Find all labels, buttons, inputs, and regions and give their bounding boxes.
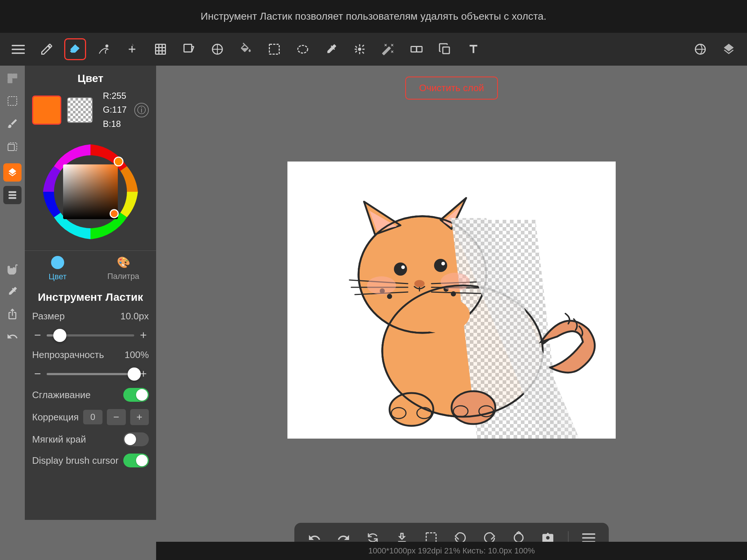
clone-button[interactable] <box>434 38 456 60</box>
svg-point-61 <box>453 406 468 417</box>
eyedropper-left-button[interactable] <box>3 282 22 300</box>
svg-rect-24 <box>8 144 14 151</box>
sidebar: Цвет R:255 G:117 B:18 ⓘ <box>25 66 156 520</box>
correction-increase-button[interactable]: + <box>130 409 149 425</box>
svg-point-18 <box>114 157 123 166</box>
globe-button[interactable] <box>689 38 711 60</box>
svg-rect-5 <box>184 44 192 52</box>
color-g: G:117 <box>103 103 127 117</box>
opacity-slider-row: − + <box>32 367 149 381</box>
tool-settings: Инструмент Ластик Размер 10.0px − + Непр… <box>25 285 156 481</box>
opacity-label: Непрозрачность <box>32 349 104 361</box>
move-button[interactable] <box>121 38 143 60</box>
lasso-select-button[interactable] <box>292 38 314 60</box>
color-b: B:18 <box>103 117 127 131</box>
status-bar: 1000*1000px 192dpi 21% Кисть: 10.0px 100… <box>156 542 747 560</box>
tool-title: Инструмент Ластик <box>32 291 149 303</box>
svg-rect-0 <box>12 45 25 46</box>
hand-tool-button[interactable] <box>3 260 22 278</box>
svg-point-8 <box>298 46 308 53</box>
drawing-canvas[interactable] <box>287 162 616 439</box>
color-tab-label: Цвет <box>49 272 66 281</box>
tab-color[interactable]: Цвет <box>25 251 90 285</box>
svg-point-40 <box>394 262 407 276</box>
transform2-button[interactable] <box>178 38 200 60</box>
palette-tab-icon: 🎨 <box>117 256 130 269</box>
clear-layer-button[interactable]: Очистить слой <box>405 77 498 100</box>
status-text: 1000*1000px 192dpi 21% Кисть: 10.0px 100… <box>368 546 535 556</box>
canvas-area: Очистить слой <box>156 66 747 520</box>
svg-point-19 <box>110 210 118 218</box>
layers-panel-button[interactable] <box>3 69 22 88</box>
svg-rect-4 <box>156 44 166 54</box>
eraser-button[interactable] <box>64 38 86 60</box>
selection-tool-button[interactable] <box>3 92 22 110</box>
size-slider-thumb[interactable] <box>53 329 66 342</box>
size-decrease-button[interactable]: − <box>32 328 43 342</box>
rect-select-button[interactable] <box>263 38 285 60</box>
size-increase-button[interactable]: + <box>138 328 149 342</box>
color-tabs: Цвет 🎨 Палитра <box>25 250 156 285</box>
svg-rect-26 <box>9 194 16 196</box>
opacity-slider[interactable] <box>47 373 134 375</box>
svg-point-42 <box>434 259 447 272</box>
color-wheel-container[interactable] <box>25 135 156 250</box>
transform-left-button[interactable] <box>3 137 22 155</box>
undo-button-left[interactable] <box>3 327 22 346</box>
color-panel-title: Цвет <box>25 66 156 89</box>
fill-button[interactable] <box>206 38 228 60</box>
layer-stack-button[interactable] <box>3 186 22 204</box>
display-brush-cursor-row: Display brush cursor <box>32 454 149 467</box>
opacity-slider-thumb[interactable] <box>128 368 141 381</box>
color-info-button[interactable]: ⓘ <box>134 103 149 117</box>
secondary-color-swatch[interactable] <box>67 97 93 123</box>
color-wheel[interactable] <box>38 139 143 245</box>
svg-point-65 <box>411 296 470 333</box>
transform-button[interactable] <box>150 38 171 60</box>
svg-rect-11 <box>417 47 422 52</box>
opacity-decrease-button[interactable]: − <box>32 367 43 381</box>
tab-palette[interactable]: 🎨 Палитра <box>90 251 156 285</box>
svg-rect-69 <box>582 533 595 535</box>
eyedropper-button[interactable] <box>320 38 342 60</box>
palette-tab-label: Палитра <box>107 272 139 281</box>
soft-edge-toggle[interactable] <box>123 432 149 446</box>
smoothing-label: Сглаживание <box>32 389 91 401</box>
pencil-button[interactable] <box>36 38 58 60</box>
svg-point-43 <box>441 262 445 265</box>
brush-tool-button[interactable] <box>3 114 22 133</box>
share-button[interactable] <box>3 305 22 323</box>
opacity-value: 100% <box>120 349 149 361</box>
svg-rect-2 <box>12 52 25 54</box>
correction-decrease-button[interactable]: − <box>107 409 125 425</box>
color-wheel-svg[interactable] <box>38 139 143 245</box>
layers-button[interactable] <box>718 38 740 60</box>
smudge-button[interactable] <box>93 38 115 60</box>
text-button[interactable] <box>462 38 484 60</box>
smoothing-toggle[interactable] <box>123 388 149 402</box>
menu-button[interactable] <box>7 38 29 60</box>
arrange-button[interactable] <box>406 38 427 60</box>
layer-color-button[interactable] <box>3 163 22 182</box>
display-brush-cursor-label: Display brush cursor <box>32 455 119 466</box>
color-tab-icon <box>51 256 64 269</box>
size-setting-row: Размер 10.0px <box>32 311 149 322</box>
smoothing-toggle-thumb <box>136 389 148 401</box>
opacity-setting-row: Непрозрачность 100% <box>32 349 149 361</box>
magic-wand-button[interactable] <box>377 38 399 60</box>
svg-rect-20 <box>8 74 12 78</box>
svg-rect-21 <box>12 74 17 78</box>
top-bar-title: Инструмент Ластик позволяет пользователя… <box>201 11 546 22</box>
bucket-button[interactable] <box>235 38 257 60</box>
display-brush-cursor-toggle[interactable] <box>123 454 149 467</box>
svg-point-52 <box>387 294 392 299</box>
size-slider[interactable] <box>47 334 134 337</box>
svg-point-55 <box>367 276 396 295</box>
size-slider-row: − + <box>32 328 149 342</box>
primary-color-swatch[interactable] <box>32 96 61 125</box>
svg-rect-23 <box>8 97 17 105</box>
color-r: R:255 <box>103 89 127 103</box>
size-label: Размер <box>32 311 80 322</box>
svg-rect-7 <box>270 44 279 54</box>
adjustments-button[interactable] <box>349 38 371 60</box>
